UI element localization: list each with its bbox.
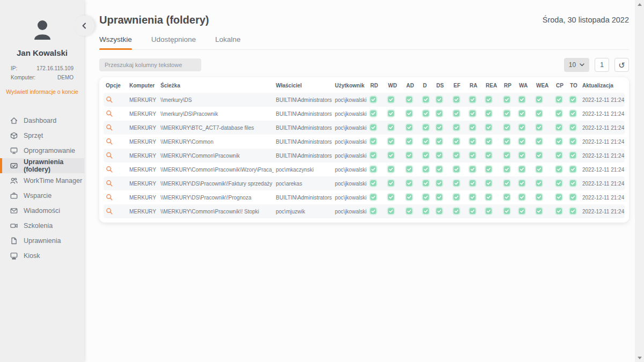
- permission-checkbox-checked[interactable]: [570, 180, 576, 186]
- sidebar-item-oprogramowanie[interactable]: Oprogramowanie: [0, 143, 84, 158]
- permission-checkbox-checked[interactable]: [453, 166, 459, 172]
- row-search-icon[interactable]: [106, 110, 113, 117]
- permission-checkbox-checked[interactable]: [486, 97, 492, 102]
- sidebar-item-szkolenia[interactable]: Szkolenia: [0, 218, 84, 233]
- permission-checkbox-checked[interactable]: [556, 110, 562, 116]
- permission-checkbox-checked[interactable]: [556, 180, 562, 186]
- permission-checkbox-checked[interactable]: [423, 152, 429, 158]
- sidebar-item-uprawnienia[interactable]: Uprawnienia: [0, 233, 84, 248]
- permission-checkbox-checked[interactable]: [570, 194, 576, 200]
- row-search-icon[interactable]: [106, 208, 113, 215]
- permission-checkbox-checked[interactable]: [388, 208, 394, 214]
- permission-checkbox-checked[interactable]: [406, 138, 412, 144]
- permission-checkbox-checked[interactable]: [519, 166, 525, 172]
- permission-checkbox-checked[interactable]: [486, 110, 492, 116]
- permission-checkbox-checked[interactable]: [519, 97, 525, 102]
- permission-checkbox-checked[interactable]: [423, 97, 429, 102]
- permission-checkbox-checked[interactable]: [470, 166, 475, 172]
- permission-checkbox-checked[interactable]: [556, 152, 562, 158]
- permission-checkbox-checked[interactable]: [556, 97, 562, 102]
- permission-checkbox-checked[interactable]: [453, 194, 459, 200]
- permission-checkbox-checked[interactable]: [504, 138, 510, 144]
- page-number-input[interactable]: [595, 61, 609, 69]
- browser-scrollbar[interactable]: [635, 0, 644, 362]
- permission-checkbox-checked[interactable]: [370, 194, 376, 200]
- permission-checkbox-checked[interactable]: [504, 208, 510, 214]
- permission-checkbox-checked[interactable]: [470, 97, 475, 102]
- permission-checkbox-checked[interactable]: [536, 110, 542, 116]
- permission-checkbox-checked[interactable]: [436, 110, 442, 116]
- permission-checkbox-checked[interactable]: [406, 180, 412, 186]
- permission-checkbox-checked[interactable]: [423, 180, 429, 186]
- permission-checkbox-checked[interactable]: [436, 124, 442, 130]
- permission-checkbox-checked[interactable]: [470, 138, 475, 144]
- permission-checkbox-checked[interactable]: [406, 124, 412, 130]
- permission-checkbox-checked[interactable]: [556, 166, 562, 172]
- permission-checkbox-checked[interactable]: [370, 208, 376, 214]
- permission-checkbox-checked[interactable]: [470, 194, 475, 200]
- row-search-icon[interactable]: [106, 166, 113, 173]
- permission-checkbox-checked[interactable]: [423, 138, 429, 144]
- sidebar-item-sprzet[interactable]: Sprzęt: [0, 128, 84, 143]
- account-info-link[interactable]: Wyświetl informacje o koncie: [0, 88, 84, 95]
- permission-checkbox-checked[interactable]: [406, 97, 412, 102]
- row-search-icon[interactable]: [106, 138, 113, 145]
- scroll-up-arrow-icon[interactable]: [635, 0, 644, 9]
- permission-checkbox-checked[interactable]: [570, 97, 576, 102]
- permission-checkbox-checked[interactable]: [519, 110, 525, 116]
- permission-checkbox-checked[interactable]: [453, 97, 459, 102]
- row-search-icon[interactable]: [106, 180, 113, 187]
- permission-checkbox-checked[interactable]: [470, 110, 475, 116]
- permission-checkbox-checked[interactable]: [519, 208, 525, 214]
- permission-checkbox-checked[interactable]: [436, 194, 442, 200]
- permission-checkbox-checked[interactable]: [519, 124, 525, 130]
- permission-checkbox-checked[interactable]: [504, 124, 510, 130]
- permission-checkbox-checked[interactable]: [388, 152, 394, 158]
- row-search-icon[interactable]: [106, 96, 113, 103]
- permission-checkbox-checked[interactable]: [470, 180, 475, 186]
- permission-checkbox-checked[interactable]: [470, 124, 475, 130]
- permission-checkbox-checked[interactable]: [423, 166, 429, 172]
- permission-checkbox-checked[interactable]: [436, 166, 442, 172]
- permission-checkbox-checked[interactable]: [556, 208, 562, 214]
- permission-checkbox-checked[interactable]: [388, 194, 394, 200]
- permission-checkbox-checked[interactable]: [470, 152, 475, 158]
- permission-checkbox-checked[interactable]: [570, 124, 576, 130]
- permission-checkbox-checked[interactable]: [436, 97, 442, 102]
- permission-checkbox-checked[interactable]: [388, 180, 394, 186]
- permission-checkbox-checked[interactable]: [436, 208, 442, 214]
- tab-wszystkie[interactable]: Wszystkie: [99, 35, 132, 49]
- permission-checkbox-checked[interactable]: [406, 166, 412, 172]
- permission-checkbox-checked[interactable]: [504, 180, 510, 186]
- permission-checkbox-checked[interactable]: [536, 138, 542, 144]
- tab-lokalne[interactable]: Lokalne: [215, 35, 240, 49]
- permission-checkbox-checked[interactable]: [423, 208, 429, 214]
- row-search-icon[interactable]: [106, 152, 113, 159]
- permission-checkbox-checked[interactable]: [453, 110, 459, 116]
- tab-udostępnione[interactable]: Udostępnione: [151, 35, 196, 49]
- scroll-down-arrow-icon[interactable]: [635, 353, 644, 362]
- permission-checkbox-checked[interactable]: [504, 97, 510, 102]
- permission-checkbox-checked[interactable]: [486, 124, 492, 130]
- permission-checkbox-checked[interactable]: [556, 194, 562, 200]
- permission-checkbox-checked[interactable]: [504, 166, 510, 172]
- permission-checkbox-checked[interactable]: [504, 110, 510, 116]
- permission-checkbox-checked[interactable]: [536, 180, 542, 186]
- permission-checkbox-checked[interactable]: [453, 180, 459, 186]
- permission-checkbox-checked[interactable]: [519, 180, 525, 186]
- permission-checkbox-checked[interactable]: [519, 194, 525, 200]
- permission-checkbox-checked[interactable]: [388, 138, 394, 144]
- sidebar-item-wiadomosci[interactable]: Wiadomości: [0, 203, 84, 218]
- permission-checkbox-checked[interactable]: [388, 110, 394, 116]
- sidebar-item-uprawnienia-foldery[interactable]: Uprawnienia (foldery): [0, 158, 84, 173]
- permission-checkbox-checked[interactable]: [370, 138, 376, 144]
- permission-checkbox-checked[interactable]: [536, 194, 542, 200]
- permission-checkbox-checked[interactable]: [370, 166, 376, 172]
- permission-checkbox-checked[interactable]: [556, 124, 562, 130]
- permission-checkbox-checked[interactable]: [504, 194, 510, 200]
- permission-checkbox-checked[interactable]: [519, 152, 525, 158]
- row-search-icon[interactable]: [106, 194, 113, 201]
- permission-checkbox-checked[interactable]: [406, 208, 412, 214]
- sidebar-item-kiosk[interactable]: Kiosk: [0, 248, 84, 263]
- sidebar-item-worktime-manager[interactable]: WorkTime Manager: [0, 173, 84, 188]
